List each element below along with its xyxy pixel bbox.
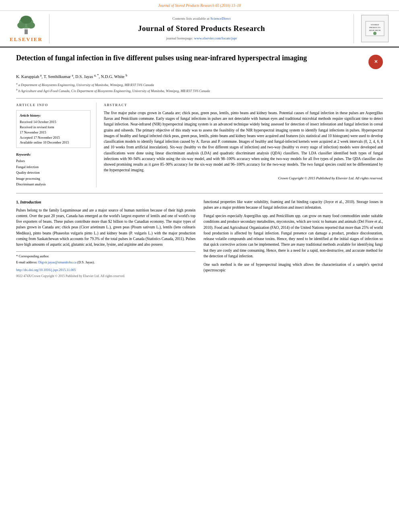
affiliation-b: b b Agriculture and Agri-Food Canada, C/… bbox=[16, 88, 383, 94]
footnote-area: * Corresponding author. E-mail address: … bbox=[16, 251, 195, 265]
corresponding-footnote: * Corresponding author. bbox=[16, 254, 195, 259]
journal-reference: Journal of Stored Products Research 65 (… bbox=[158, 4, 241, 8]
issn-line: 0022-474X/Crown Copyright © 2015 Publish… bbox=[16, 274, 195, 279]
journal-logo-icon: STORED PRODUCTS RESEARCH bbox=[365, 21, 385, 37]
keyword-pulses: Pulses bbox=[16, 158, 90, 164]
revised-date: 17 November 2015 bbox=[20, 130, 87, 135]
journal-logo-right: STORED PRODUCTS RESEARCH bbox=[359, 14, 391, 43]
keywords-title: Keywords: bbox=[16, 152, 90, 157]
journal-header: ELSEVIER Contents lists available at Sci… bbox=[0, 11, 399, 47]
top-bar: Journal of Stored Products Research 65 (… bbox=[0, 0, 399, 11]
elsevier-logo-section: ELSEVIER bbox=[8, 14, 44, 43]
article-info-header: ARTICLE INFO bbox=[16, 103, 90, 107]
abstract-col: ABSTRACT The five major pulse crops grow… bbox=[104, 103, 383, 187]
intro-number: 1. bbox=[16, 200, 19, 204]
journal-header-center: Contents lists available at ScienceDirec… bbox=[49, 14, 354, 43]
journal-homepage-link[interactable]: www.elsevier.com/locate/jspr bbox=[194, 36, 237, 40]
journal-homepage: journal homepage: www.elsevier.com/locat… bbox=[166, 36, 237, 41]
authors-line: K. Karuppiah a, T. Senthilkumar a, D.S. … bbox=[16, 73, 383, 80]
section-divider bbox=[16, 193, 383, 193]
email-suffix: (D.S. Jayas). bbox=[77, 260, 95, 264]
abstract-paragraph: The five major pulse crops grown in Cana… bbox=[104, 110, 383, 173]
authors-text: K. Karuppiah a, T. Senthilkumar a, D.S. … bbox=[16, 74, 127, 79]
intro-para-1: Pulses belong to the family Leguminosae … bbox=[16, 207, 195, 248]
abstract-header: ABSTRACT bbox=[104, 103, 383, 107]
intro-right-para-2: Fungal species especially Aspergillus sp… bbox=[204, 213, 383, 259]
svg-rect-0 bbox=[25, 29, 28, 34]
elsevier-tree-icon bbox=[12, 14, 40, 35]
intro-heading: 1. Introduction bbox=[16, 199, 195, 205]
intro-right-para-1: functional properties like water solubil… bbox=[204, 199, 383, 211]
crossmark-icon: ✕ bbox=[374, 59, 378, 65]
contents-line: Contents lists available at ScienceDirec… bbox=[173, 16, 231, 21]
revised-label: Received in revised form bbox=[20, 125, 87, 130]
affiliation-a: a a Department of Biosystems Engineering… bbox=[16, 82, 383, 88]
copyright-line: Crown Copyright © 2015 Published by Else… bbox=[104, 176, 383, 181]
crossmark-badge[interactable]: ✕ bbox=[368, 55, 383, 69]
svg-text:STORED: STORED bbox=[371, 24, 379, 26]
doi-line: http://dx.doi.org/10.1016/j.jspr.2015.11… bbox=[16, 267, 195, 273]
history-title: Article history: bbox=[20, 113, 87, 119]
content-area: Detection of fungal infection in five di… bbox=[0, 47, 399, 284]
svg-text:PRODUCTS: PRODUCTS bbox=[369, 27, 380, 29]
body-left-col: 1. Introduction Pulses belong to the fam… bbox=[16, 199, 195, 279]
body-right-col: functional properties like water solubil… bbox=[204, 199, 383, 279]
accepted-date: Accepted 17 November 2015 bbox=[20, 135, 87, 140]
article-info-abstract-section: ARTICLE INFO Article history: Received 1… bbox=[16, 98, 383, 187]
svg-point-4 bbox=[21, 16, 32, 24]
keyword-discriminant: Discriminant analysis bbox=[16, 181, 90, 187]
received-date: Received 14 October 2015 bbox=[20, 119, 87, 125]
intro-right-para-3: One such method is the use of hyperspect… bbox=[204, 262, 383, 273]
svg-text:RESEARCH: RESEARCH bbox=[369, 29, 380, 31]
keyword-quality: Quality detection bbox=[16, 170, 90, 175]
article-title: Detection of fungal infection in five di… bbox=[16, 53, 364, 63]
sciencedirect-link[interactable]: ScienceDirect bbox=[210, 16, 230, 21]
body-columns: 1. Introduction Pulses belong to the fam… bbox=[16, 199, 383, 279]
svg-point-9 bbox=[373, 32, 376, 35]
article-info-col: ARTICLE INFO Article history: Received 1… bbox=[16, 103, 97, 187]
abstract-text: The five major pulse crops grown in Cana… bbox=[104, 110, 383, 173]
email-footnote: E-mail address: Digvir.jayas@umanitoba.c… bbox=[16, 260, 195, 265]
email-label: E-mail address: bbox=[16, 260, 37, 264]
journal-title: Journal of Stored Products Research bbox=[138, 23, 265, 34]
doi-link[interactable]: http://dx.doi.org/10.1016/j.jspr.2015.11… bbox=[16, 268, 76, 272]
affiliations: a a Department of Biosystems Engineering… bbox=[16, 82, 383, 93]
keyword-fungal: Fungal infection bbox=[16, 164, 90, 170]
keyword-image: Image processing bbox=[16, 176, 90, 181]
email-link[interactable]: Digvir.jayas@umanitoba.ca bbox=[38, 260, 76, 264]
intro-title: Introduction bbox=[20, 200, 41, 204]
article-history-box: Article history: Received 14 October 201… bbox=[16, 110, 90, 148]
elsevier-wordmark: ELSEVIER bbox=[10, 36, 43, 43]
article-title-section: Detection of fungal infection in five di… bbox=[16, 53, 383, 69]
journal-logo-box: STORED PRODUCTS RESEARCH bbox=[361, 15, 389, 42]
keywords-section: Keywords: Pulses Fungal infection Qualit… bbox=[16, 152, 90, 187]
available-date: Available online 10 December 2015 bbox=[20, 140, 87, 145]
